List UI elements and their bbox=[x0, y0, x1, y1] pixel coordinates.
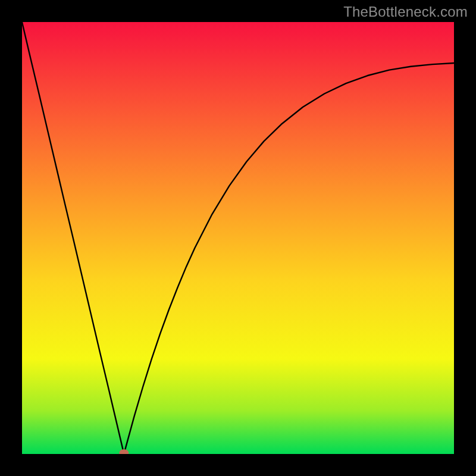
plot-area bbox=[22, 22, 454, 454]
gradient-background bbox=[22, 22, 454, 454]
chart-frame: TheBottleneck.com bbox=[0, 0, 476, 476]
watermark-text: TheBottleneck.com bbox=[343, 4, 468, 20]
plot-svg bbox=[22, 22, 454, 454]
